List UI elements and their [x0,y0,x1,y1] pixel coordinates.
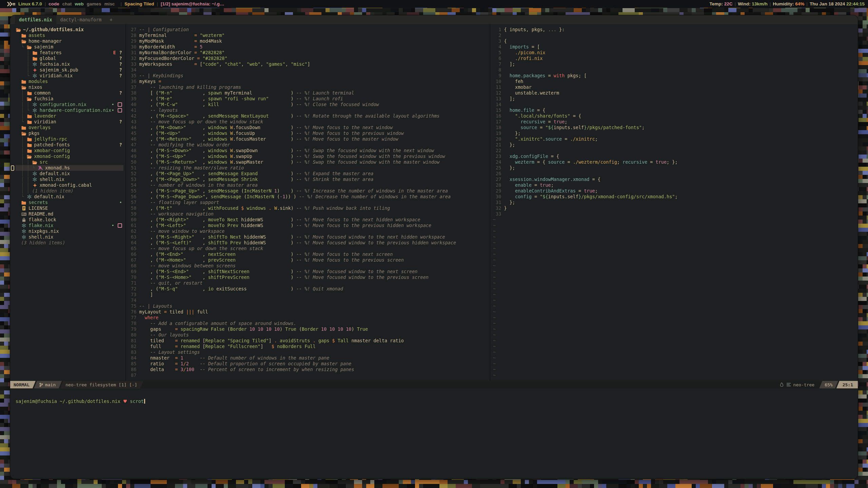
code-line: 30 config = "${inputs.self}/pkgs/xmonad-… [493,194,858,200]
humidity-value: 64% [795,1,804,6]
typed-command[interactable]: scrot [130,399,144,404]
untracked-badge: ? [119,90,122,96]
tree-item-nixos[interactable]: nixos [16,84,123,90]
filler-line: ~ [493,344,858,349]
separator: | [120,1,122,6]
folder-icon [21,126,26,130]
tree-item-xmonad-config[interactable]: │ xmonad-config [16,154,123,159]
tree-item-shell.nix[interactable]: │ │ shell.nix [16,177,123,182]
tree-item-overlays[interactable]: overlays [16,125,123,130]
filler-line: ~ [493,326,858,332]
lock-icon [21,218,26,222]
git-status-badges: ? [119,67,122,73]
code-line: 27-- | Configuration [128,27,490,33]
code-line: 83 -- Layout settings [128,349,490,355]
tree-item-default.nix[interactable]: │ │ default.nix [16,171,123,177]
tree-item-nixpkgs.nix[interactable]: nixpkgs.nix [16,228,123,234]
wind-label: Wind: [738,1,750,6]
tree-item-default.nix[interactable]: └ default.nix [16,194,123,200]
tree-item-3hiddenitems[interactable]: (3 hidden items) [16,240,123,246]
tree-item-flake.nix[interactable]: flake.nix• [16,223,123,228]
code-line: 27 xsession.windowManager.xmonad = { [493,177,858,182]
tree-item-viridian[interactable]: └ viridian? [16,119,123,125]
line-number: 59 [128,211,136,217]
workspace-games[interactable]: games [87,1,101,6]
tree-item-xmonad.hs[interactable]: │ │ └ xmonad.hs [16,165,123,171]
license-icon [21,206,26,210]
code-line: 2 [493,33,858,38]
shell-pane[interactable]: sajenim@fuchsia ~/.github/dotfiles.nix ♥… [10,388,858,479]
tree-item-common[interactable]: │ common? [16,90,123,96]
tree-item-jellyfin-rpc[interactable]: │ jellyfin-rpc [16,136,123,142]
line-number: 32 [493,205,501,211]
tree-item-patched-fonts[interactable]: │ patched-fonts? [16,142,123,148]
tree-item-label: fuchsia.nix [40,61,70,67]
tree-item-1hiddenitem[interactable]: │ │ (1 hidden item) [16,188,123,194]
tree-item-hardware-configuration.nix[interactable]: │ └ hardware-configuration.nix• [16,107,123,113]
git-status-badges: ? [119,90,122,96]
workspace-misc[interactable]: misc [104,1,115,6]
editor-pane-nix[interactable]: 1{ inputs, pkgs, ... }:23{4 imports = [5… [490,24,858,381]
line-number: 33 [128,61,136,67]
tree-item-label: xmonad.hs [45,165,70,171]
tree-item-viridian.nix[interactable]: └ viridian.nix? [16,73,123,79]
tree-item-label: default.nix [40,171,70,177]
new-tab-button[interactable]: + [105,17,116,22]
tree-item-sajenimsk.pub[interactable]: │ sajenim_sk.pub? [16,67,123,73]
tree-item-features[interactable]: │ featuresE? [16,50,123,56]
code-line: 57 -- floating layer support [128,200,490,205]
filler-line: ~ [493,321,858,326]
indent-guide [16,200,21,205]
droplet-icon [780,383,783,387]
line-number: 41 [128,107,136,113]
tab-dactyl-manuform[interactable]: dactyl-manuform [56,15,106,24]
editor-pane-xmonad-hs[interactable]: 27-- | Configuration28myTerminal = "wezt… [125,24,490,381]
tree-item-lavender[interactable]: │ lavender [16,113,123,119]
tree-item-xmobar-config[interactable]: │ xmobar-config [16,148,123,154]
neo-tree-panel[interactable]: ~/.github/dotfiles.nix assets home-manag… [10,24,125,381]
folder-icon [21,201,26,205]
tree-item-configuration.nix[interactable]: │ │ configuration.nix• [16,102,123,107]
indent-guide: │ │ [16,177,32,182]
tree-item-fuchsia[interactable]: │ fuchsia [16,96,123,102]
code-line: 87 [128,372,490,378]
git-branch-segment: main [34,381,62,388]
code-line: 18 source = "${inputs.self}/pkgs/patched… [493,125,858,130]
workspace-code[interactable]: code [48,1,59,6]
tree-item-sajenim[interactable]: └ sajenim [16,44,123,50]
tree-item-secrets[interactable]: secrets• [16,200,123,205]
line-number: 22 [493,148,501,154]
tree-item-global[interactable]: │ global? [16,56,123,61]
code-line: 9 home.packages = with pkgs; [ [493,73,858,79]
terminal-window: dotfiles.nixdactyl-manuform + ~/.github/… [10,15,858,479]
code-line: 49 , ("M-S-<Up>" , windows W.swapUp ) --… [128,154,490,159]
indent-guide: └ [16,119,27,125]
code-line: 3{ [493,38,858,44]
workspace-chat[interactable]: chat [62,1,72,6]
code-line: 7 ]; [493,61,858,67]
line-number: 82 [128,344,136,349]
tab-dotfiles.nix[interactable]: dotfiles.nix [15,15,56,24]
tree-item-label: xmonad-config [34,154,70,159]
line-number: 79 [128,326,136,332]
tree-item-flake.lock[interactable]: flake.lock [16,217,123,223]
tree-item-pkgs[interactable]: pkgs [16,130,123,136]
tree-item-shell.nix[interactable]: shell.nix [16,234,123,240]
tree-item-fuchsia.nix[interactable]: │ fuchsia.nix? [16,61,123,67]
folder-open-icon [21,85,26,89]
tree-item-src[interactable]: │ │ src [16,159,123,165]
tree-item-license[interactable]: LICENSE [16,205,123,211]
code-line: 62 -- move window to workspace [128,228,490,234]
tree-item-label: global [40,56,56,61]
tree-item-xmonad-config.cabal[interactable]: │ │ xmonad-config.cabal [16,182,123,188]
tree-item-assets[interactable]: assets [16,33,123,38]
tree-item-home-manager[interactable]: home-manager [16,38,123,44]
code-line: 64 , ("M-S-<Left)" , shiftTo Prev hidden… [128,240,490,246]
tree-item-modules[interactable]: modules [16,79,123,84]
code-line: 63 , ("M-S-<Right>" , shiftTo Next hidde… [128,234,490,240]
code-line: 31 }; [493,200,858,205]
workspace-web[interactable]: web [75,1,84,6]
indent-guide [16,84,21,90]
tree-item-.githubdotfiles.nix[interactable]: ~/.github/dotfiles.nix [16,27,123,33]
tree-item-readme.md[interactable]: README.md [16,211,123,217]
